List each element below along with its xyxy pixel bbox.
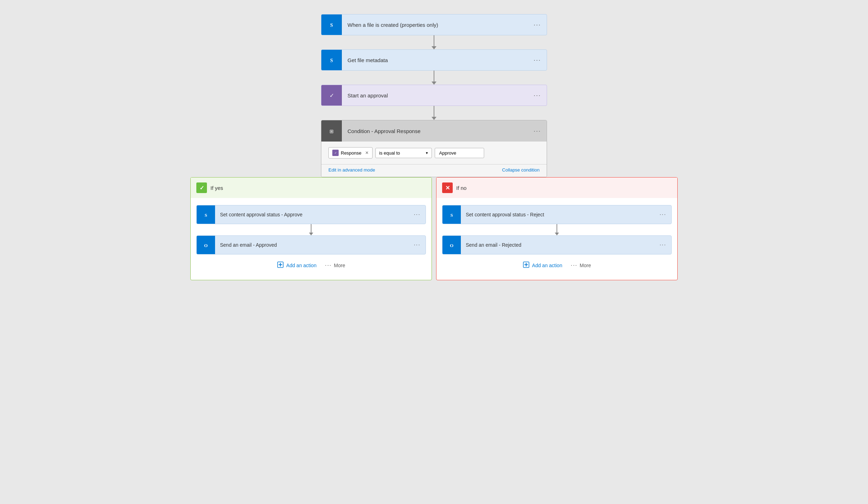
collapse-condition-link[interactable]: Collapse condition — [502, 167, 540, 173]
branch-step-email-approved-more[interactable]: ··· — [409, 242, 426, 248]
step-approval[interactable]: ✓ Start an approval ··· — [321, 85, 547, 106]
condition-token-response[interactable]: ✓ Response ✕ — [328, 147, 373, 158]
step-condition-more[interactable]: ··· — [528, 127, 547, 135]
step-metadata[interactable]: S Get file metadata ··· — [321, 49, 547, 71]
token-icon: ✓ — [332, 150, 339, 156]
branch-step-approve-more[interactable]: ··· — [409, 211, 426, 218]
branch-step-reject-status[interactable]: S Set content approval status - Reject ·… — [442, 205, 672, 224]
branch-yes-header: ✓ If yes — [191, 178, 432, 198]
step-condition-label: Condition - Approval Response — [342, 128, 528, 134]
more-label-no: More — [580, 263, 591, 268]
yes-icon: ✓ — [196, 182, 207, 193]
branch-arrow-yes-1 — [309, 224, 313, 235]
token-remove[interactable]: ✕ — [365, 150, 369, 155]
branch-section: ✓ If yes S Set content approval status -… — [190, 177, 678, 280]
arrow-2 — [432, 71, 436, 85]
branch-step-approve-email[interactable]: O Send an email - Approved ··· — [196, 235, 426, 254]
branch-step-email-rejected-more[interactable]: ··· — [655, 242, 671, 248]
condition-body: ✓ Response ✕ is equal to ▾ Approve — [321, 142, 547, 164]
svg-text:✓: ✓ — [334, 151, 337, 155]
arrow-3 — [432, 106, 436, 120]
more-dots-no: ··· — [571, 262, 577, 269]
step-metadata-label: Get file metadata — [342, 57, 528, 63]
svg-text:S: S — [330, 58, 333, 63]
condition-links: Edit in advanced mode Collapse condition — [321, 164, 547, 177]
svg-text:⊞: ⊞ — [329, 129, 334, 134]
svg-text:S: S — [450, 212, 453, 218]
svg-rect-23 — [526, 263, 527, 266]
more-btn-no[interactable]: ··· More — [571, 262, 591, 269]
branch-yes-title: If yes — [210, 185, 223, 191]
arrow-1 — [432, 35, 436, 49]
svg-text:S: S — [330, 23, 333, 28]
branch-no-body: S Set content approval status - Reject ·… — [436, 198, 677, 280]
step-trigger-more[interactable]: ··· — [528, 21, 547, 29]
svg-rect-16 — [280, 263, 281, 266]
condition-icon: ⊞ — [321, 120, 342, 142]
branch-step-reject-more[interactable]: ··· — [655, 211, 671, 218]
svg-text:O: O — [450, 243, 453, 248]
condition-block: ⊞ Condition - Approval Response ··· ✓ — [321, 120, 547, 177]
branch-yes-body: S Set content approval status - Approve … — [191, 198, 432, 280]
condition-row: ✓ Response ✕ is equal to ▾ Approve — [328, 147, 540, 158]
svg-text:S: S — [204, 212, 207, 218]
step-trigger-label: When a file is created (properties only) — [342, 22, 528, 28]
branch-no-title: If no — [456, 185, 466, 191]
step-approval-label: Start an approval — [342, 92, 528, 98]
condition-value[interactable]: Approve — [435, 148, 484, 158]
add-action-row-no: Add an action ··· More — [523, 254, 591, 273]
more-dots-yes: ··· — [325, 262, 332, 269]
branch-step-email-approved-label: Send an email - Approved — [215, 242, 409, 248]
outlook-icon-rejected: O — [442, 236, 461, 254]
sp-icon-reject: S — [442, 205, 461, 224]
add-action-label-no: Add an action — [532, 263, 563, 268]
operator-label: is equal to — [379, 150, 400, 156]
chevron-down-icon: ▾ — [426, 151, 428, 155]
branch-arrow-no-1 — [555, 224, 559, 235]
edit-advanced-link[interactable]: Edit in advanced mode — [328, 167, 375, 173]
condition-operator[interactable]: is equal to ▾ — [375, 148, 432, 158]
svg-text:✓: ✓ — [329, 92, 334, 98]
sp-icon-approve: S — [197, 205, 215, 224]
branch-no-header: ✕ If no — [436, 178, 677, 198]
more-label-yes: More — [334, 263, 345, 268]
add-action-icon-no — [523, 262, 529, 269]
sharepoint-icon-trigger: S — [321, 14, 342, 35]
more-btn-yes[interactable]: ··· More — [325, 262, 345, 269]
branch-yes: ✓ If yes S Set content approval status -… — [190, 177, 432, 280]
step-condition[interactable]: ⊞ Condition - Approval Response ··· — [321, 120, 547, 142]
add-action-btn-yes[interactable]: Add an action — [277, 262, 317, 269]
branch-step-email-rejected-label: Send an email - Rejected — [461, 242, 655, 248]
step-trigger[interactable]: S When a file is created (properties onl… — [321, 14, 547, 35]
sharepoint-icon-metadata: S — [321, 50, 342, 70]
step-approval-more[interactable]: ··· — [528, 92, 547, 99]
add-action-icon-yes — [277, 262, 284, 269]
add-action-btn-no[interactable]: Add an action — [523, 262, 563, 269]
add-action-row-yes: Add an action ··· More — [277, 254, 345, 273]
outlook-icon-approved: O — [197, 236, 215, 254]
branch-step-reject-label: Set content approval status - Reject — [461, 212, 655, 217]
svg-text:O: O — [204, 243, 208, 248]
add-action-label-yes: Add an action — [286, 263, 317, 268]
branch-step-approve-label: Set content approval status - Approve — [215, 212, 409, 217]
token-label: Response — [341, 150, 362, 156]
step-metadata-more[interactable]: ··· — [528, 56, 547, 64]
no-icon: ✕ — [442, 182, 453, 193]
branch-step-approve-status[interactable]: S Set content approval status - Approve … — [196, 205, 426, 224]
branch-step-reject-email[interactable]: O Send an email - Rejected ··· — [442, 235, 672, 254]
value-text: Approve — [439, 150, 456, 156]
approval-icon: ✓ — [321, 85, 342, 106]
branch-no: ✕ If no S Set content approval status - … — [436, 177, 678, 280]
